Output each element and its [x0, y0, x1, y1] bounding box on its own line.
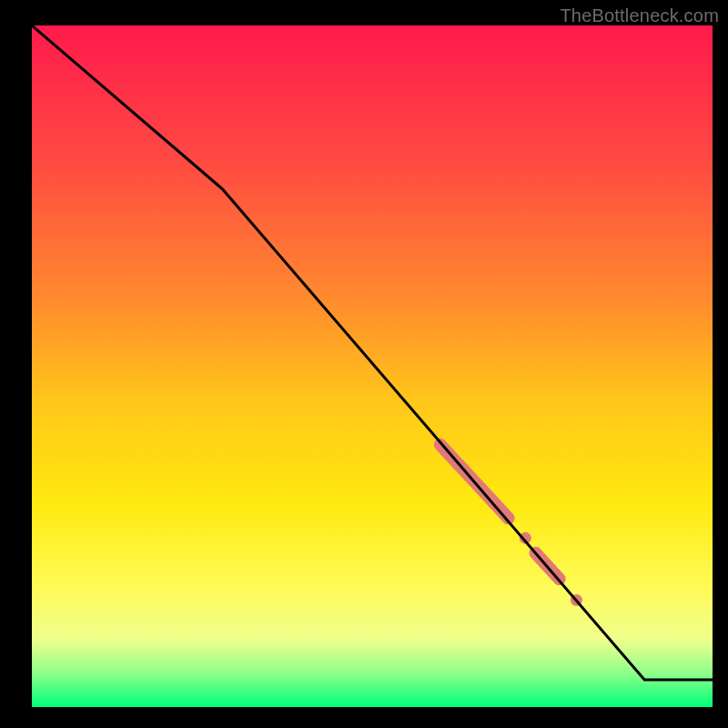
watermark-text: TheBottleneck.com — [560, 5, 719, 26]
chart-svg — [0, 0, 728, 728]
gradient-background — [32, 25, 713, 707]
chart-stage: TheBottleneck.com — [0, 0, 728, 728]
